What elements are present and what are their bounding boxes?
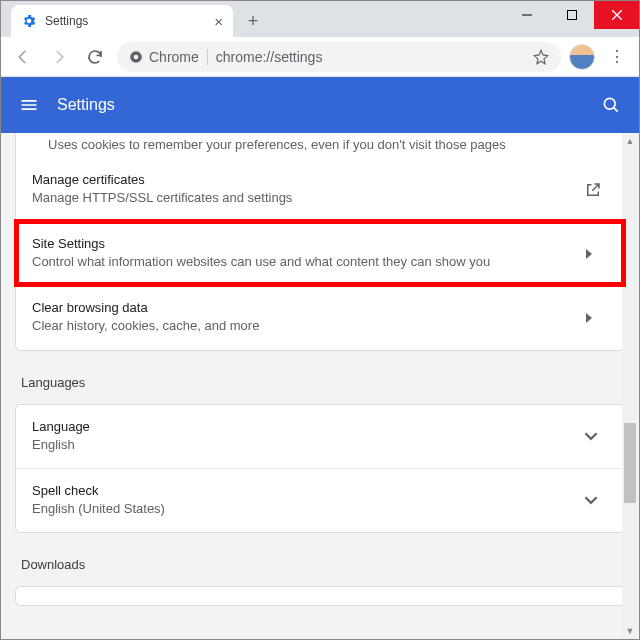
languages-card: Language English Spell check English (Un… xyxy=(15,404,625,533)
scheme-label: Chrome xyxy=(149,49,199,65)
downloads-card xyxy=(15,586,625,606)
tab-title: Settings xyxy=(45,14,206,28)
clear-browsing-data-row[interactable]: Clear browsing data Clear history, cooki… xyxy=(16,285,624,349)
row-label: Language xyxy=(32,419,584,434)
profile-avatar[interactable] xyxy=(569,44,595,70)
back-button[interactable] xyxy=(9,43,37,71)
site-identity[interactable]: Chrome xyxy=(129,49,199,65)
languages-section-title: Languages xyxy=(15,375,625,404)
browser-tab[interactable]: Settings × xyxy=(11,5,233,37)
row-subtext: Manage HTTPS/SSL certificates and settin… xyxy=(32,189,584,207)
reload-button[interactable] xyxy=(81,43,109,71)
chrome-icon xyxy=(129,50,143,64)
chevron-right-icon xyxy=(584,249,608,259)
svg-point-6 xyxy=(604,98,615,109)
close-tab-icon[interactable]: × xyxy=(214,13,223,30)
chevron-down-icon xyxy=(584,493,608,507)
settings-app-bar: Settings xyxy=(1,77,639,133)
chevron-right-icon xyxy=(584,313,608,323)
new-tab-button[interactable]: + xyxy=(239,7,267,35)
forward-button[interactable] xyxy=(45,43,73,71)
svg-line-7 xyxy=(614,108,618,112)
minimize-button[interactable] xyxy=(504,1,549,29)
scrollbar-thumb[interactable] xyxy=(624,423,636,503)
svg-rect-1 xyxy=(567,11,576,20)
window-titlebar: Settings × + xyxy=(1,1,639,37)
vertical-scrollbar[interactable]: ▲ ▼ xyxy=(622,133,638,639)
manage-certificates-row[interactable]: Manage certificates Manage HTTPS/SSL cer… xyxy=(16,158,624,221)
scroll-up-arrow[interactable]: ▲ xyxy=(622,133,638,149)
bookmark-star-icon[interactable] xyxy=(533,49,549,65)
row-label: Spell check xyxy=(32,483,584,498)
row-label: Site Settings xyxy=(32,236,584,251)
language-row[interactable]: Language English xyxy=(16,405,624,468)
downloads-section-title: Downloads xyxy=(15,557,625,586)
row-label: Manage certificates xyxy=(32,172,584,187)
url-text: chrome://settings xyxy=(216,49,525,65)
svg-point-5 xyxy=(134,54,139,59)
row-label: Clear browsing data xyxy=(32,300,584,315)
row-subtext: English (United States) xyxy=(32,500,584,518)
page-title: Settings xyxy=(57,96,583,114)
search-icon[interactable] xyxy=(601,95,621,115)
menu-icon[interactable] xyxy=(19,95,39,115)
browser-toolbar: Chrome chrome://settings ⋮ xyxy=(1,37,639,77)
chevron-down-icon xyxy=(584,429,608,443)
address-bar[interactable]: Chrome chrome://settings xyxy=(117,42,561,72)
row-subtext: English xyxy=(32,436,584,454)
row-subtext: Clear history, cookies, cache, and more xyxy=(32,317,584,335)
external-link-icon xyxy=(584,181,608,199)
gear-icon xyxy=(21,13,37,29)
privacy-card: Manage certificates Manage HTTPS/SSL cer… xyxy=(15,158,625,351)
row-subtext: Control what information websites can us… xyxy=(32,253,584,271)
omnibox-divider xyxy=(207,49,208,65)
close-window-button[interactable] xyxy=(594,1,639,29)
maximize-button[interactable] xyxy=(549,1,594,29)
spell-check-row[interactable]: Spell check English (United States) xyxy=(16,468,624,532)
scroll-down-arrow[interactable]: ▼ xyxy=(622,623,638,639)
site-settings-row[interactable]: Site Settings Control what information w… xyxy=(16,221,624,285)
browser-menu-button[interactable]: ⋮ xyxy=(603,47,631,66)
settings-content: Uses cookies to remember your preference… xyxy=(1,133,639,639)
